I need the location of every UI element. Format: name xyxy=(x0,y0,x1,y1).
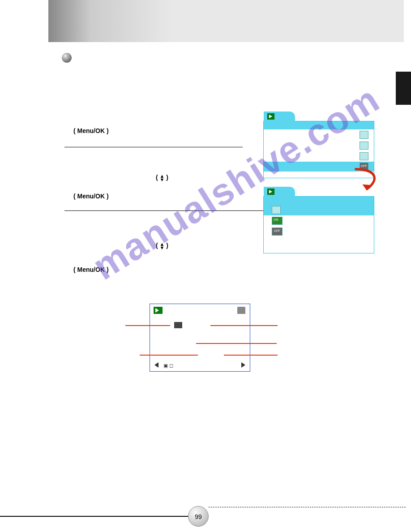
menu-row xyxy=(264,151,374,162)
bottom-mode-icons: ▣ ◻ xyxy=(163,363,173,369)
playback-mode-icon xyxy=(154,307,163,314)
menu-row: ON xyxy=(264,215,374,226)
divider-1 xyxy=(64,147,243,147)
bullet-icon xyxy=(62,53,72,63)
header-bar xyxy=(48,0,404,42)
up-down-arrows-icon: ▲▼ xyxy=(160,242,165,249)
annotation-line xyxy=(210,325,278,326)
option-icon xyxy=(360,131,368,139)
up-down-indicator-1: ( ▲▼ ) xyxy=(156,174,168,181)
print-order-icon xyxy=(174,322,182,328)
menu-tab xyxy=(264,112,295,121)
up-down-arrows-icon: ▲▼ xyxy=(160,174,165,181)
menu-tab xyxy=(264,187,295,197)
option-icon xyxy=(360,152,368,160)
section-tab xyxy=(396,72,411,105)
manual-page: ( Menu/OK ) ( ▲▼ ) ( Menu/OK ) ( ▲▼ ) ( … xyxy=(0,0,411,532)
page-number: 99 xyxy=(188,506,209,527)
watermark-text: manualshive.com xyxy=(85,77,387,289)
footer-rule-left xyxy=(0,516,189,517)
panel-header-row xyxy=(264,121,374,129)
menu-row xyxy=(264,140,374,151)
menu-panel-2: ON OFF xyxy=(263,196,374,253)
option-icon xyxy=(360,142,368,150)
next-arrow-icon xyxy=(241,362,245,368)
off-icon: OFF xyxy=(272,227,283,236)
menu-row xyxy=(264,129,374,140)
annotation-line xyxy=(140,355,198,356)
sd-card-icon xyxy=(237,307,245,314)
step-2-menu-ok: ( Menu/OK ) xyxy=(73,193,109,200)
on-icon: ON xyxy=(272,217,283,225)
up-down-indicator-2: ( ▲▼ ) xyxy=(156,242,168,249)
menu-row-selected xyxy=(264,205,374,215)
flow-arrow-icon xyxy=(351,167,381,194)
menu-row: OFF xyxy=(264,226,374,237)
lcd-screenshot: ▣ ◻ xyxy=(150,304,250,372)
annotation-line xyxy=(125,325,170,326)
playback-icon xyxy=(267,189,274,195)
option-icon xyxy=(272,206,281,214)
playback-icon xyxy=(267,113,274,120)
annotation-line xyxy=(224,355,278,356)
step-3-menu-ok: ( Menu/OK ) xyxy=(73,266,109,273)
prev-arrow-icon xyxy=(154,362,158,368)
annotation-line xyxy=(196,343,277,344)
footer-rule-right xyxy=(209,507,406,507)
panel-header-row xyxy=(264,197,374,205)
step-1-menu-ok: ( Menu/OK ) xyxy=(73,127,109,134)
